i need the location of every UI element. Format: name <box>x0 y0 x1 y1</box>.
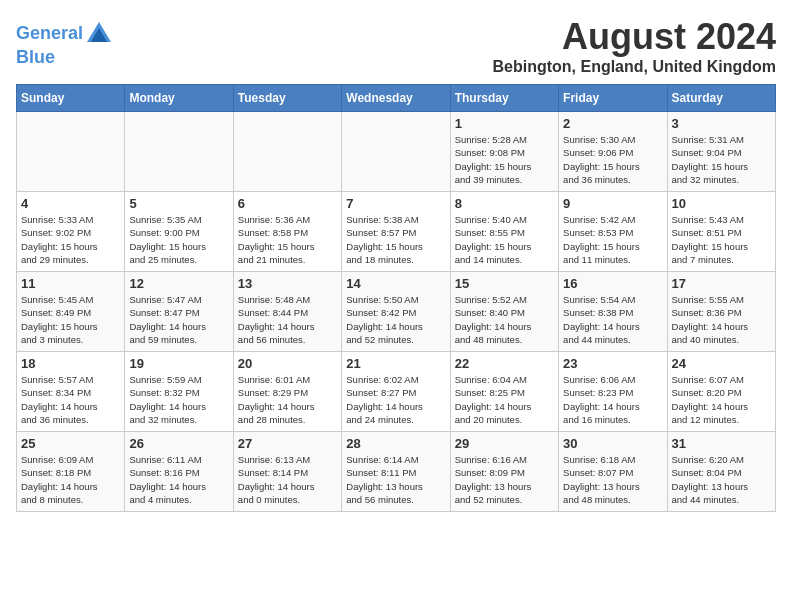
calendar-day-cell: 5Sunrise: 5:35 AM Sunset: 9:00 PM Daylig… <box>125 192 233 272</box>
day-info: Sunrise: 5:31 AM Sunset: 9:04 PM Dayligh… <box>672 133 771 186</box>
day-number: 30 <box>563 436 662 451</box>
day-number: 15 <box>455 276 554 291</box>
calendar-day-cell: 10Sunrise: 5:43 AM Sunset: 8:51 PM Dayli… <box>667 192 775 272</box>
day-info: Sunrise: 5:48 AM Sunset: 8:44 PM Dayligh… <box>238 293 337 346</box>
day-number: 18 <box>21 356 120 371</box>
day-info: Sunrise: 5:52 AM Sunset: 8:40 PM Dayligh… <box>455 293 554 346</box>
day-info: Sunrise: 6:16 AM Sunset: 8:09 PM Dayligh… <box>455 453 554 506</box>
calendar-week-row: 11Sunrise: 5:45 AM Sunset: 8:49 PM Dayli… <box>17 272 776 352</box>
calendar-header-cell: Thursday <box>450 85 558 112</box>
calendar-header-cell: Saturday <box>667 85 775 112</box>
calendar-day-cell: 22Sunrise: 6:04 AM Sunset: 8:25 PM Dayli… <box>450 352 558 432</box>
calendar-day-cell: 4Sunrise: 5:33 AM Sunset: 9:02 PM Daylig… <box>17 192 125 272</box>
calendar-day-cell: 21Sunrise: 6:02 AM Sunset: 8:27 PM Dayli… <box>342 352 450 432</box>
day-info: Sunrise: 6:04 AM Sunset: 8:25 PM Dayligh… <box>455 373 554 426</box>
calendar-week-row: 1Sunrise: 5:28 AM Sunset: 9:08 PM Daylig… <box>17 112 776 192</box>
day-info: Sunrise: 6:01 AM Sunset: 8:29 PM Dayligh… <box>238 373 337 426</box>
day-number: 26 <box>129 436 228 451</box>
day-number: 17 <box>672 276 771 291</box>
calendar-header-cell: Monday <box>125 85 233 112</box>
calendar-week-row: 18Sunrise: 5:57 AM Sunset: 8:34 PM Dayli… <box>17 352 776 432</box>
day-number: 20 <box>238 356 337 371</box>
calendar-day-cell: 18Sunrise: 5:57 AM Sunset: 8:34 PM Dayli… <box>17 352 125 432</box>
day-number: 7 <box>346 196 445 211</box>
day-info: Sunrise: 5:33 AM Sunset: 9:02 PM Dayligh… <box>21 213 120 266</box>
day-info: Sunrise: 6:14 AM Sunset: 8:11 PM Dayligh… <box>346 453 445 506</box>
day-info: Sunrise: 6:18 AM Sunset: 8:07 PM Dayligh… <box>563 453 662 506</box>
day-info: Sunrise: 5:55 AM Sunset: 8:36 PM Dayligh… <box>672 293 771 346</box>
day-number: 22 <box>455 356 554 371</box>
calendar-body: 1Sunrise: 5:28 AM Sunset: 9:08 PM Daylig… <box>17 112 776 512</box>
calendar-day-cell: 27Sunrise: 6:13 AM Sunset: 8:14 PM Dayli… <box>233 432 341 512</box>
day-number: 6 <box>238 196 337 211</box>
day-number: 2 <box>563 116 662 131</box>
calendar-header-row: SundayMondayTuesdayWednesdayThursdayFrid… <box>17 85 776 112</box>
calendar-day-cell: 2Sunrise: 5:30 AM Sunset: 9:06 PM Daylig… <box>559 112 667 192</box>
logo: General Blue <box>16 20 113 68</box>
calendar-day-cell: 25Sunrise: 6:09 AM Sunset: 8:18 PM Dayli… <box>17 432 125 512</box>
calendar-day-cell: 9Sunrise: 5:42 AM Sunset: 8:53 PM Daylig… <box>559 192 667 272</box>
day-number: 16 <box>563 276 662 291</box>
calendar-day-cell: 24Sunrise: 6:07 AM Sunset: 8:20 PM Dayli… <box>667 352 775 432</box>
calendar-day-cell <box>342 112 450 192</box>
day-info: Sunrise: 5:38 AM Sunset: 8:57 PM Dayligh… <box>346 213 445 266</box>
calendar-day-cell: 15Sunrise: 5:52 AM Sunset: 8:40 PM Dayli… <box>450 272 558 352</box>
calendar-day-cell: 11Sunrise: 5:45 AM Sunset: 8:49 PM Dayli… <box>17 272 125 352</box>
day-number: 24 <box>672 356 771 371</box>
day-info: Sunrise: 5:40 AM Sunset: 8:55 PM Dayligh… <box>455 213 554 266</box>
day-number: 31 <box>672 436 771 451</box>
calendar-day-cell: 17Sunrise: 5:55 AM Sunset: 8:36 PM Dayli… <box>667 272 775 352</box>
day-number: 25 <box>21 436 120 451</box>
calendar-day-cell: 7Sunrise: 5:38 AM Sunset: 8:57 PM Daylig… <box>342 192 450 272</box>
calendar-header-cell: Friday <box>559 85 667 112</box>
calendar-day-cell: 31Sunrise: 6:20 AM Sunset: 8:04 PM Dayli… <box>667 432 775 512</box>
calendar-day-cell: 30Sunrise: 6:18 AM Sunset: 8:07 PM Dayli… <box>559 432 667 512</box>
day-number: 23 <box>563 356 662 371</box>
day-number: 9 <box>563 196 662 211</box>
day-info: Sunrise: 5:30 AM Sunset: 9:06 PM Dayligh… <box>563 133 662 186</box>
logo-icon <box>85 20 113 48</box>
day-info: Sunrise: 6:02 AM Sunset: 8:27 PM Dayligh… <box>346 373 445 426</box>
day-info: Sunrise: 5:28 AM Sunset: 9:08 PM Dayligh… <box>455 133 554 186</box>
day-info: Sunrise: 6:13 AM Sunset: 8:14 PM Dayligh… <box>238 453 337 506</box>
calendar-day-cell: 3Sunrise: 5:31 AM Sunset: 9:04 PM Daylig… <box>667 112 775 192</box>
day-info: Sunrise: 5:57 AM Sunset: 8:34 PM Dayligh… <box>21 373 120 426</box>
calendar-day-cell <box>17 112 125 192</box>
day-info: Sunrise: 5:36 AM Sunset: 8:58 PM Dayligh… <box>238 213 337 266</box>
day-number: 29 <box>455 436 554 451</box>
calendar-header-cell: Wednesday <box>342 85 450 112</box>
day-info: Sunrise: 5:45 AM Sunset: 8:49 PM Dayligh… <box>21 293 120 346</box>
calendar-day-cell: 12Sunrise: 5:47 AM Sunset: 8:47 PM Dayli… <box>125 272 233 352</box>
day-number: 14 <box>346 276 445 291</box>
day-number: 10 <box>672 196 771 211</box>
day-number: 5 <box>129 196 228 211</box>
day-number: 21 <box>346 356 445 371</box>
day-info: Sunrise: 6:07 AM Sunset: 8:20 PM Dayligh… <box>672 373 771 426</box>
day-info: Sunrise: 5:54 AM Sunset: 8:38 PM Dayligh… <box>563 293 662 346</box>
day-number: 13 <box>238 276 337 291</box>
day-info: Sunrise: 5:50 AM Sunset: 8:42 PM Dayligh… <box>346 293 445 346</box>
calendar-day-cell: 23Sunrise: 6:06 AM Sunset: 8:23 PM Dayli… <box>559 352 667 432</box>
day-number: 12 <box>129 276 228 291</box>
logo-text: General Blue <box>16 20 113 68</box>
calendar-day-cell <box>233 112 341 192</box>
calendar-day-cell: 1Sunrise: 5:28 AM Sunset: 9:08 PM Daylig… <box>450 112 558 192</box>
day-number: 8 <box>455 196 554 211</box>
calendar-day-cell: 16Sunrise: 5:54 AM Sunset: 8:38 PM Dayli… <box>559 272 667 352</box>
main-title: August 2024 <box>492 16 776 58</box>
subtitle: Bebington, England, United Kingdom <box>492 58 776 76</box>
calendar-day-cell: 8Sunrise: 5:40 AM Sunset: 8:55 PM Daylig… <box>450 192 558 272</box>
header: General Blue August 2024 Bebington, Engl… <box>16 16 776 76</box>
day-info: Sunrise: 5:35 AM Sunset: 9:00 PM Dayligh… <box>129 213 228 266</box>
calendar-day-cell: 13Sunrise: 5:48 AM Sunset: 8:44 PM Dayli… <box>233 272 341 352</box>
calendar-day-cell: 6Sunrise: 5:36 AM Sunset: 8:58 PM Daylig… <box>233 192 341 272</box>
title-area: August 2024 Bebington, England, United K… <box>492 16 776 76</box>
calendar-day-cell: 29Sunrise: 6:16 AM Sunset: 8:09 PM Dayli… <box>450 432 558 512</box>
day-info: Sunrise: 6:09 AM Sunset: 8:18 PM Dayligh… <box>21 453 120 506</box>
day-number: 27 <box>238 436 337 451</box>
calendar-header-cell: Sunday <box>17 85 125 112</box>
day-info: Sunrise: 6:06 AM Sunset: 8:23 PM Dayligh… <box>563 373 662 426</box>
calendar-week-row: 25Sunrise: 6:09 AM Sunset: 8:18 PM Dayli… <box>17 432 776 512</box>
calendar-day-cell: 20Sunrise: 6:01 AM Sunset: 8:29 PM Dayli… <box>233 352 341 432</box>
calendar-table: SundayMondayTuesdayWednesdayThursdayFrid… <box>16 84 776 512</box>
